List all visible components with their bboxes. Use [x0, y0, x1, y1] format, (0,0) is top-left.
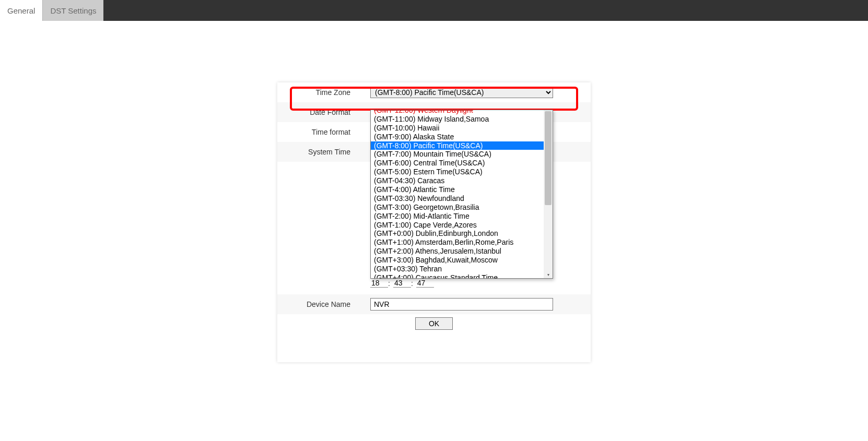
row-time-zone: Time Zone (GMT-8:00) Pacific Time(US&CA) [277, 82, 591, 102]
time-zone-option[interactable]: (GMT-5:00) Estern Time(US&CA) [371, 168, 544, 176]
time-zone-option[interactable]: (GMT+4:00) Caucasus Standard Time [371, 273, 544, 278]
tab-general[interactable]: General [0, 0, 42, 21]
time-zone-option[interactable]: (GMT-04:30) Caracas [371, 176, 544, 185]
time-zone-option[interactable]: (GMT-1:00) Cape Verde,Azores [371, 221, 544, 230]
time-zone-option[interactable]: (GMT-03:30) Newfoundland [371, 194, 544, 203]
time-zone-option[interactable]: (GMT-8:00) Pacific Time(US&CA) [371, 141, 544, 150]
time-zone-option[interactable]: (GMT-6:00) Central Time(US&CA) [371, 159, 544, 168]
time-colon-1: : [388, 279, 393, 288]
settings-panel: Time Zone (GMT-8:00) Pacific Time(US&CA)… [277, 82, 591, 362]
tab-bar: General DST Settings [0, 0, 868, 21]
time-zone-option[interactable]: (GMT+2:00) Athens,Jerusalem,Istanbul [371, 247, 544, 256]
row-ok: OK [277, 317, 591, 330]
time-hour-input[interactable] [370, 279, 388, 288]
time-colon-2: : [411, 279, 416, 288]
device-name-input[interactable] [370, 298, 553, 311]
time-zone-dropdown-popup: (GMT-12:00) Western Daylight(GMT-11:00) … [370, 110, 553, 279]
time-zone-options-list: (GMT-12:00) Western Daylight(GMT-11:00) … [371, 110, 544, 278]
device-name-label: Device Name [277, 300, 370, 308]
time-zone-option[interactable]: (GMT-10:00) Hawaii [371, 124, 544, 133]
time-format-label: Time format [277, 128, 370, 136]
time-zone-option[interactable]: (GMT+1:00) Amsterdam,Berlin,Rome,Paris [371, 238, 544, 247]
system-time-label: System Time [277, 148, 370, 156]
time-second-input[interactable] [416, 279, 434, 288]
date-format-label: Date Format [277, 108, 370, 116]
time-zone-select[interactable]: (GMT-8:00) Pacific Time(US&CA) [370, 87, 553, 98]
time-zone-label: Time Zone [277, 88, 370, 97]
time-zone-option[interactable]: (GMT-7:00) Mountain Time(US&CA) [371, 150, 544, 159]
time-zone-option[interactable]: (GMT-3:00) Georgetown,Brasilia [371, 203, 544, 212]
scrollbar-arrow-down-icon[interactable]: ▾ [544, 272, 553, 277]
tab-dst-settings[interactable]: DST Settings [42, 0, 103, 21]
time-zone-option[interactable]: (GMT-4:00) Atlantic Time [371, 185, 544, 194]
time-zone-option[interactable]: (GMT-12:00) Western Daylight [371, 110, 544, 115]
scrollbar-thumb[interactable] [545, 111, 552, 205]
time-zone-option[interactable]: (GMT-9:00) Alaska State [371, 133, 544, 141]
time-zone-option[interactable]: (GMT+0:00) Dublin,Edinburgh,London [371, 229, 544, 238]
row-device-name: Device Name [277, 294, 591, 314]
time-zone-option[interactable]: (GMT+03:30) Tehran [371, 265, 544, 273]
ok-button[interactable]: OK [415, 317, 453, 330]
dropdown-scrollbar[interactable]: ▾ [544, 110, 553, 278]
time-zone-option[interactable]: (GMT+3:00) Baghdad,Kuwait,Moscow [371, 256, 544, 265]
system-time-value: : : [370, 279, 434, 288]
time-minute-input[interactable] [393, 279, 411, 288]
time-zone-option[interactable]: (GMT-2:00) Mid-Atlantic Time [371, 212, 544, 221]
time-zone-option[interactable]: (GMT-11:00) Midway Island,Samoa [371, 115, 544, 124]
